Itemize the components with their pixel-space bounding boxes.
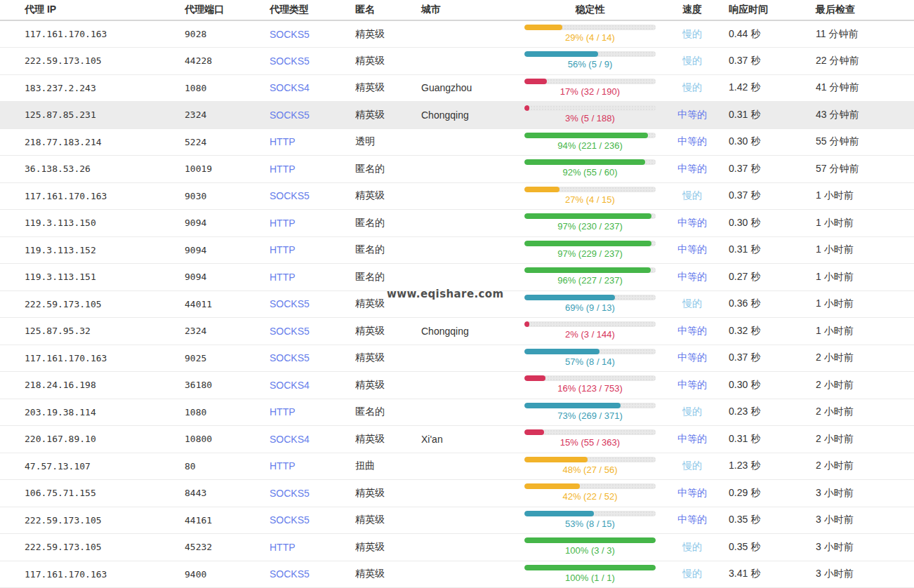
proxy-type-link[interactable]: SOCKS5 [270,568,310,580]
proxy-type-link[interactable]: SOCKS4 [270,82,310,93]
speed-level: 慢的 [656,561,729,588]
stability-bar-fill [524,349,600,354]
last-check: 55 分钟前 [816,128,914,156]
proxy-type-link[interactable]: SOCKS5 [270,352,310,363]
city: Chongqing [421,102,524,129]
proxy-type-link[interactable]: HTTP [270,244,296,255]
proxy-type-link[interactable]: SOCKS5 [270,109,310,121]
anonymity-level: 精英级 [355,182,421,210]
col-header-anonymity: 匿名 [355,0,421,20]
last-check: 1 小时前 [816,290,914,318]
proxy-type-link[interactable]: SOCKS5 [270,326,310,337]
proxy-type-link[interactable]: HTTP [270,136,296,147]
stability-cell: 15% (55 / 363) [524,426,656,453]
anonymity-level: 精英级 [355,48,421,75]
table-row: 222.59.173.105 44161 SOCKS5 精英级 53% (8 /… [0,507,914,534]
table-row: 222.59.173.105 44011 SOCKS5 精英级 69% (9 /… [0,290,914,318]
city [421,480,524,507]
stability-label: 16% (123 / 753) [524,383,656,394]
response-time: 0.37 秒 [729,156,816,183]
stability-label: 73% (269 / 371) [524,410,656,422]
proxy-ip: 117.161.170.163 [0,182,185,210]
stability-bar-fill [524,321,529,327]
stability-bar-track [524,537,656,543]
stability-bar-track [524,133,656,138]
table-row: 222.59.173.105 45232 HTTP 精英级 100% (3 / … [0,534,914,561]
proxy-type-link[interactable]: HTTP [270,272,296,283]
stability-label: 94% (221 / 236) [524,140,656,152]
col-header-response-time: 响应时间 [729,0,816,20]
proxy-table: 代理 IP 代理端口 代理类型 匿名 城市 稳定性 速度 响应时间 最后检查 1… [0,0,914,588]
proxy-type-link[interactable]: SOCKS5 [270,190,310,201]
proxy-ip: 119.3.113.152 [0,236,185,264]
proxy-type-link[interactable]: HTTP [270,218,296,229]
anonymity-level: 扭曲 [355,453,421,480]
proxy-type-link[interactable]: SOCKS4 [270,434,310,445]
proxy-port: 44161 [185,507,270,534]
city [421,236,524,264]
anonymity-level: 精英级 [355,480,421,507]
proxy-type-link[interactable]: HTTP [270,460,296,472]
proxy-port: 10800 [185,426,270,453]
response-time: 0.31 秒 [729,426,816,453]
proxy-port: 5224 [185,128,270,156]
stability-cell: 69% (9 / 13) [524,290,656,318]
response-time: 0.35 秒 [729,507,816,534]
proxy-type-link[interactable]: HTTP [270,163,296,175]
stability-bar-fill [524,267,651,273]
response-time: 1.42 秒 [729,74,816,102]
stability-bar-track [524,375,656,381]
table-row: 119.3.113.152 9094 HTTP 匿名的 97% (229 / 2… [0,236,914,264]
response-time: 0.36 秒 [729,290,816,318]
last-check: 1 小时前 [816,264,914,291]
table-row: 117.161.170.163 9025 SOCKS5 精英级 57% (8 /… [0,345,914,372]
proxy-type-link[interactable]: SOCKS5 [270,298,310,309]
proxy-type-link[interactable]: SOCKS4 [270,380,310,391]
city [421,345,524,372]
proxy-type-link[interactable]: SOCKS5 [270,488,310,499]
response-time: 3.41 秒 [729,561,816,588]
stability-cell: 48% (27 / 56) [524,453,656,480]
stability-label: 97% (229 / 237) [524,248,656,260]
stability-bar-fill [524,105,529,111]
proxy-type-link[interactable]: SOCKS5 [270,55,310,67]
proxy-type-link[interactable]: HTTP [270,542,296,553]
anonymity-level: 匿名的 [355,210,421,237]
stability-bar-track [524,187,656,192]
last-check: 2 小时前 [816,453,914,480]
proxy-port: 1080 [185,74,270,102]
city [421,210,524,237]
proxy-ip: 119.3.113.150 [0,210,185,237]
proxy-type-link[interactable]: HTTP [270,406,296,417]
city [421,534,524,561]
last-check: 57 分钟前 [816,156,914,183]
response-time: 0.31 秒 [729,236,816,264]
city [421,128,524,156]
city: Xi'an [421,426,524,453]
col-header-proxy-type: 代理类型 [270,0,355,20]
stability-cell: 29% (4 / 14) [524,20,656,48]
response-time: 0.32 秒 [729,318,816,345]
anonymity-level: 精英级 [355,20,421,48]
anonymity-level: 匿名的 [355,156,421,183]
last-check: 2 小时前 [816,345,914,372]
stability-cell: 73% (269 / 371) [524,399,656,426]
stability-bar-fill [524,133,648,138]
proxy-ip: 220.167.89.10 [0,426,185,453]
last-check: 1 小时前 [816,210,914,237]
stability-label: 3% (5 / 188) [524,113,656,124]
stability-bar-fill [524,403,621,408]
city [421,372,524,399]
speed-level: 中等的 [656,480,729,507]
proxy-ip: 47.57.13.107 [0,453,185,480]
stability-cell: 94% (221 / 236) [524,128,656,156]
stability-label: 29% (4 / 14) [524,32,656,44]
table-row: 183.237.2.243 1080 SOCKS4 精英级 Guangzhou … [0,74,914,102]
stability-bar-fill [524,537,656,543]
last-check: 22 分钟前 [816,48,914,75]
proxy-type-link[interactable]: SOCKS5 [270,29,310,40]
table-row: 117.161.170.163 9028 SOCKS5 精英级 29% (4 /… [0,20,914,48]
proxy-type-link[interactable]: SOCKS5 [270,514,310,526]
proxy-ip: 117.161.170.163 [0,561,185,588]
proxy-ip: 36.138.53.26 [0,156,185,183]
